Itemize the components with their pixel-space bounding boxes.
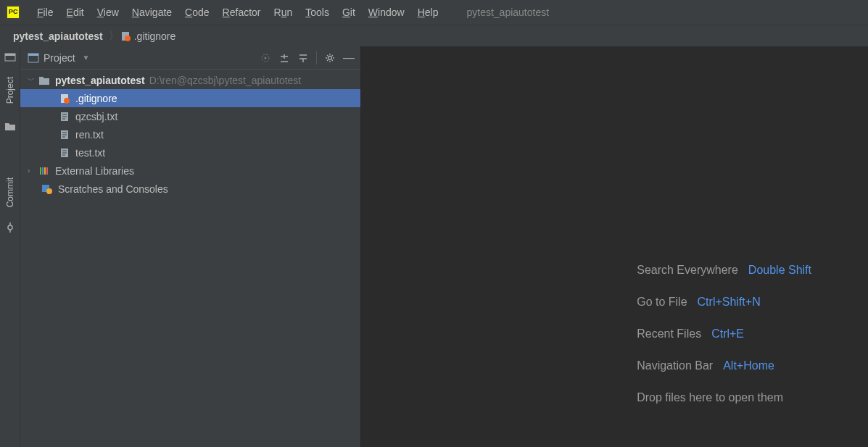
project-view-dropdown-icon[interactable]: ▼ xyxy=(83,54,90,62)
text-file-icon xyxy=(58,130,71,140)
tree-file-ren[interactable]: ren.txt xyxy=(20,125,360,143)
left-gutter: Project Commit xyxy=(0,46,20,447)
shortcut-key: Ctrl+E xyxy=(711,327,744,341)
menu-help[interactable]: Help xyxy=(411,7,445,18)
menu-tools[interactable]: Tools xyxy=(299,7,336,18)
toolbar-divider xyxy=(316,51,317,64)
breadcrumb-file[interactable]: .gitignore xyxy=(120,30,176,42)
svg-point-22 xyxy=(46,188,52,194)
hint-drop-files: Drop files here to open them xyxy=(637,391,811,404)
menu-code[interactable]: Code xyxy=(178,7,215,18)
tree-external-libraries[interactable]: › External Libraries xyxy=(20,162,360,180)
menu-refactor[interactable]: Refactor xyxy=(216,7,268,18)
commit-tool-icon[interactable] xyxy=(4,222,16,233)
hint-search-everywhere: Search Everywhere Double Shift xyxy=(637,264,811,277)
expand-arrow-icon[interactable]: › xyxy=(28,167,38,175)
menu-git[interactable]: Git xyxy=(336,7,362,18)
navigation-bar: pytest_apiautotest 〉 .gitignore xyxy=(0,25,868,46)
hint-navigation-bar: Navigation Bar Alt+Home xyxy=(637,359,811,372)
shortcut-key: Alt+Home xyxy=(723,359,774,372)
project-panel-title: Project xyxy=(44,52,75,64)
menu-view[interactable]: View xyxy=(91,7,125,18)
shortcut-key: Ctrl+Shift+N xyxy=(698,296,761,309)
settings-icon[interactable] xyxy=(324,52,336,64)
project-panel-header: Project ▼ — xyxy=(20,46,360,70)
svg-point-13 xyxy=(64,98,70,104)
svg-point-4 xyxy=(8,225,12,230)
collapse-all-icon[interactable] xyxy=(297,52,309,64)
gitignore-file-icon xyxy=(120,31,131,41)
menu-edit[interactable]: Edit xyxy=(60,7,91,18)
expand-arrow-icon[interactable]: ﹀ xyxy=(28,75,38,85)
tree-file-label: ren.txt xyxy=(75,129,104,141)
text-file-icon xyxy=(58,148,71,158)
svg-rect-18 xyxy=(42,167,44,175)
libraries-icon xyxy=(38,166,51,176)
breadcrumb-separator-icon: 〉 xyxy=(109,30,119,43)
tree-file-label: .gitignore xyxy=(75,93,117,104)
tree-root-path: D:\ren@qzcsbj\pytest_apiautotest xyxy=(149,75,302,86)
tree-root-label: pytest_apiautotest xyxy=(55,75,145,86)
tree-file-label: test.txt xyxy=(75,147,105,159)
folder-icon xyxy=(38,75,51,85)
svg-rect-19 xyxy=(44,167,46,175)
project-tool-icon[interactable] xyxy=(4,52,16,62)
gutter-commit[interactable]: Commit xyxy=(5,173,15,212)
svg-rect-17 xyxy=(40,167,41,175)
breadcrumb-root[interactable]: pytest_apiautotest xyxy=(9,29,107,43)
window-title: pytest_apiautotest xyxy=(466,7,549,18)
tree-file-gitignore[interactable]: .gitignore xyxy=(20,89,360,107)
project-tree: ﹀ pytest_apiautotest D:\ren@qzcsbj\pytes… xyxy=(20,70,360,447)
hide-icon[interactable]: — xyxy=(343,52,355,64)
gutter-project[interactable]: Project xyxy=(5,72,15,108)
svg-rect-8 xyxy=(28,54,38,56)
tree-scratches[interactable]: Scratches and Consoles xyxy=(20,180,360,198)
hint-recent-files: Recent Files Ctrl+E xyxy=(637,327,811,341)
menu-file[interactable]: File xyxy=(30,7,60,18)
shortcut-key: Double Shift xyxy=(748,264,811,277)
project-view-icon[interactable] xyxy=(28,52,39,64)
breadcrumb-file-label: .gitignore xyxy=(134,30,176,42)
welcome-hints: Search Everywhere Double Shift Go to Fil… xyxy=(637,264,811,404)
svg-rect-20 xyxy=(46,167,48,175)
tree-external-label: External Libraries xyxy=(55,165,134,177)
hint-go-to-file: Go to File Ctrl+Shift+N xyxy=(637,296,811,309)
scratches-icon xyxy=(41,184,54,194)
tree-file-test[interactable]: test.txt xyxy=(20,143,360,162)
folder-tool-icon[interactable] xyxy=(4,121,16,131)
editor-area[interactable]: Search Everywhere Double Shift Go to Fil… xyxy=(361,46,868,447)
tree-file-qzcsbj[interactable]: qzcsbj.txt xyxy=(20,107,360,125)
tree-root[interactable]: ﹀ pytest_apiautotest D:\ren@qzcsbj\pytes… xyxy=(20,71,360,89)
svg-rect-3 xyxy=(5,54,15,56)
svg-point-10 xyxy=(265,57,267,59)
menu-window[interactable]: Window xyxy=(362,7,411,18)
tree-scratches-label: Scratches and Consoles xyxy=(58,183,168,195)
expand-all-icon[interactable] xyxy=(278,52,290,64)
menu-run[interactable]: Run xyxy=(268,7,299,18)
project-panel: Project ▼ — ﹀ pytest_apiautotest D:\ren@… xyxy=(20,46,361,447)
menubar: File Edit View Navigate Code Refactor Ru… xyxy=(0,0,868,25)
svg-point-11 xyxy=(328,56,332,59)
svg-point-1 xyxy=(125,35,131,41)
tree-file-label: qzcsbj.txt xyxy=(75,111,117,122)
menu-navigate[interactable]: Navigate xyxy=(125,7,178,18)
gitignore-icon xyxy=(58,93,71,104)
locate-icon[interactable] xyxy=(260,52,271,64)
text-file-icon xyxy=(58,112,71,122)
app-logo-icon xyxy=(6,5,20,20)
